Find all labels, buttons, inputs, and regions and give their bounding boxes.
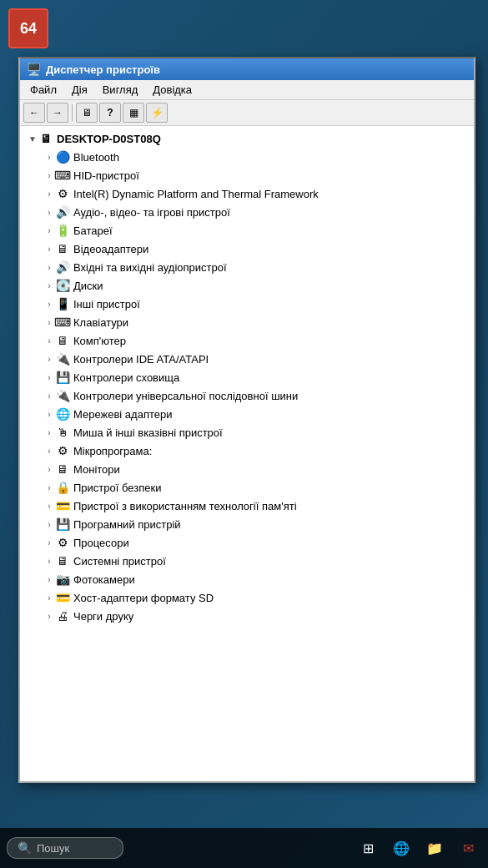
battery-icon: 🔋 (55, 223, 70, 238)
chevron-icon: › (43, 335, 55, 346)
list-item[interactable]: › 🔵 Bluetooth (20, 148, 474, 166)
bluetooth-icon: 🔵 (55, 149, 70, 164)
item-label: Черги друку (73, 610, 470, 623)
list-item[interactable]: › 🔌 Контролери універсальної послідовної… (20, 386, 474, 405)
list-item[interactable]: › ⚙ Процесори (20, 533, 474, 552)
item-label: Інші пристрої (73, 298, 470, 310)
item-label: Системні пристрої (73, 555, 470, 568)
window-menubar: Файл Дія Вигляд Довідка (20, 80, 474, 100)
root-icon: 🖥 (38, 131, 53, 146)
list-item[interactable]: › 💾 Контролери сховища (20, 368, 474, 386)
list-item[interactable]: › 🔊 Вхідні та вихідні аудіопристрої (20, 258, 474, 276)
list-item[interactable]: › 🌐 Мережеві адаптери (20, 405, 474, 423)
list-item[interactable]: › 💽 Диски (20, 276, 474, 295)
hid-icon: ⌨ (55, 168, 70, 183)
list-item[interactable]: › 🔋 Батареї (20, 221, 474, 240)
computer-icon: 🖥 (55, 333, 70, 348)
task-view-icon[interactable]: ⊞ (355, 835, 381, 861)
cpu-icon: ⚙ (55, 535, 70, 550)
root-label: DESKTOP-D0ST08Q (57, 133, 470, 145)
action-button[interactable]: ⚡ (146, 103, 168, 123)
print-queue-icon: 🖨 (55, 608, 70, 623)
software-icon: 💾 (55, 517, 70, 532)
device-manager-window: 🖥️ Диспетчер пристроїв Файл Дія Вигляд Д… (18, 57, 475, 783)
camera-icon: 📷 (55, 572, 70, 587)
list-item[interactable]: › 🖥 Відеоадаптери (20, 240, 474, 258)
item-label: Клавіатури (73, 316, 470, 329)
desktop: 64 🖥️ Диспетчер пристроїв Файл Дія Вигля… (0, 0, 488, 868)
other-icon: 📱 (55, 296, 70, 311)
list-item[interactable]: › 🖥 Монітори (20, 460, 474, 478)
properties-button[interactable]: ▦ (123, 103, 144, 123)
chevron-icon: › (43, 390, 55, 401)
taskbar: 🔍 Пошук ⊞ 🌐 📁 ✉ (0, 828, 488, 868)
chevron-icon: › (43, 573, 55, 585)
list-item[interactable]: › ⌨ HID-пристрої (20, 166, 474, 184)
forward-button[interactable]: → (47, 103, 68, 123)
firmware-icon: ⚙ (55, 443, 70, 458)
list-item[interactable]: › 📱 Інші пристрої (20, 295, 474, 313)
list-item[interactable]: › 💾 Програмний пристрій (20, 515, 474, 533)
chevron-icon: › (43, 151, 55, 163)
item-label: Фотокамери (73, 573, 470, 586)
menu-view[interactable]: Вигляд (96, 82, 145, 98)
menu-file[interactable]: Файл (23, 82, 63, 98)
help-button[interactable]: ? (99, 103, 121, 123)
audio-icon: 🔊 (55, 204, 70, 220)
item-label: Процесори (73, 537, 470, 549)
chevron-icon: › (43, 353, 55, 365)
keyboard-icon: ⌨ (55, 315, 70, 330)
list-item[interactable]: › 💳 Пристрої з використанням технології … (20, 497, 474, 515)
explorer-icon[interactable]: 📁 (421, 835, 448, 861)
item-label: Мікропрограма: (73, 445, 470, 457)
edge-icon[interactable]: 🌐 (388, 835, 415, 861)
list-item[interactable]: › 🖨 Черги друку (20, 607, 474, 625)
item-label: Хост-адаптери формату SD (73, 592, 470, 604)
item-label: Intel(R) Dynamic Platform and Thermal Fr… (73, 188, 470, 200)
menu-action[interactable]: Дія (65, 82, 94, 98)
list-item[interactable]: › 🖥 Комп'ютер (20, 331, 474, 350)
network-icon: 🌐 (55, 406, 70, 421)
back-button[interactable]: ← (23, 103, 45, 123)
usb-icon: 🔌 (55, 388, 70, 403)
item-label: HID-пристрої (73, 169, 470, 182)
item-label: Контролери IDE ATA/ATAPI (73, 353, 470, 366)
audio-io-icon: 🔊 (55, 260, 70, 275)
list-item[interactable]: › 🔒 Пристрої безпеки (20, 478, 474, 497)
ide-icon: 🔌 (55, 351, 70, 366)
taskbar-icons: ⊞ 🌐 📁 ✉ (355, 835, 481, 861)
item-label: Миша й інші вказівні пристрої (73, 426, 470, 439)
chevron-icon: › (43, 408, 55, 420)
item-label: Монітори (73, 463, 470, 476)
item-label: Bluetooth (73, 151, 470, 164)
item-label: Аудіо-, відео- та ігрові пристрої (73, 206, 470, 219)
taskbar-search[interactable]: 🔍 Пошук (7, 837, 123, 859)
mail-icon[interactable]: ✉ (455, 835, 481, 861)
list-item[interactable]: › ⌨ Клавіатури (20, 313, 474, 331)
memory-icon: 💳 (55, 498, 70, 513)
app-icon-64[interactable]: 64 (8, 8, 48, 48)
chevron-icon: › (43, 426, 55, 438)
list-item[interactable]: › 🔊 Аудіо-, відео- та ігрові пристрої (20, 203, 474, 221)
list-item[interactable]: › 🖱 Миша й інші вказівні пристрої (20, 423, 474, 442)
chevron-icon: › (43, 537, 55, 548)
computer-button[interactable]: 🖥 (76, 103, 98, 123)
list-item[interactable]: › 💳 Хост-адаптери формату SD (20, 588, 474, 607)
device-tree[interactable]: ▼ 🖥 DESKTOP-D0ST08Q › 🔵 Bluetooth › ⌨ HI… (20, 126, 474, 781)
list-item[interactable]: › 🔌 Контролери IDE ATA/ATAPI (20, 350, 474, 368)
chevron-icon: › (43, 316, 55, 328)
storage-icon: 💾 (55, 370, 70, 385)
chevron-icon: › (43, 225, 55, 236)
titlebar-icon: 🖥️ (27, 63, 41, 76)
toolbar-separator (72, 104, 73, 121)
list-item[interactable]: › 📷 Фотокамери (20, 570, 474, 588)
menu-help[interactable]: Довідка (146, 82, 199, 98)
display-icon: 🖥 (55, 241, 70, 256)
chevron-icon: › (43, 555, 55, 567)
chevron-icon: › (43, 445, 55, 457)
list-item[interactable]: › ⚙ Мікропрограма: (20, 442, 474, 460)
list-item[interactable]: › 🖥 Системні пристрої (20, 552, 474, 570)
item-label: Вхідні та вихідні аудіопристрої (73, 261, 470, 274)
list-item[interactable]: › ⚙ Intel(R) Dynamic Platform and Therma… (20, 184, 474, 203)
tree-root[interactable]: ▼ 🖥 DESKTOP-D0ST08Q (20, 129, 474, 148)
